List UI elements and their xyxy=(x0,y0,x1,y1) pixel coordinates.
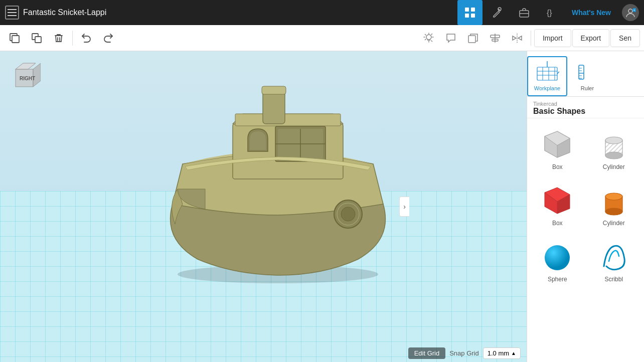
snap-arrow-icon: ▲ xyxy=(511,350,516,356)
light-button[interactable] xyxy=(418,28,439,49)
nav-logo-area: Fantastic Snicket-Lappi xyxy=(5,6,457,20)
svg-rect-34 xyxy=(235,114,341,126)
export-button[interactable]: Export xyxy=(572,29,609,47)
hamburger-icon[interactable] xyxy=(5,6,19,20)
ruler-label: Ruler xyxy=(581,85,594,91)
svg-point-11 xyxy=(628,9,632,13)
svg-rect-5 xyxy=(465,14,469,18)
shapes-panel: Box Cylinder xyxy=(527,118,644,362)
shape-cylinder-gray[interactable]: Cylinder xyxy=(588,122,640,174)
redo-button[interactable] xyxy=(98,28,119,49)
svg-rect-1 xyxy=(8,12,17,13)
svg-rect-19 xyxy=(468,36,475,43)
shape-cylinder-orange[interactable]: Cylinder xyxy=(588,178,640,231)
svg-rect-17 xyxy=(35,37,41,43)
toolbar-separator xyxy=(72,31,73,46)
svg-point-62 xyxy=(605,152,622,159)
import-button[interactable]: Import xyxy=(534,29,571,47)
grid-view-button[interactable] xyxy=(457,0,482,25)
shape-box-gray-label: Box xyxy=(552,163,563,170)
shape-box-gray[interactable]: Box xyxy=(531,122,584,174)
svg-text:RIGHT: RIGHT xyxy=(20,76,35,81)
boat-3d-model xyxy=(132,64,423,284)
toolbar-separator-2 xyxy=(531,31,531,46)
svg-marker-25 xyxy=(16,63,36,69)
shape-sphere-blue[interactable]: Sphere xyxy=(531,235,584,287)
svg-text:{}: {} xyxy=(547,9,552,17)
nav-right: {} What's New + xyxy=(457,0,639,25)
shape-box-red[interactable]: Box xyxy=(531,178,584,231)
shape-sphere-label: Sphere xyxy=(548,276,567,283)
workplane-button[interactable]: Workplane xyxy=(527,56,567,96)
right-panel: Workplane Ruler Tinkercad Basic Shapes xyxy=(527,51,644,362)
duplicate-button[interactable] xyxy=(26,28,47,49)
svg-rect-6 xyxy=(471,14,475,18)
svg-rect-15 xyxy=(12,36,19,43)
align-button[interactable] xyxy=(485,28,506,49)
toolbar: Import Export Sen xyxy=(0,25,644,51)
svg-marker-26 xyxy=(33,63,41,87)
svg-rect-48 xyxy=(579,65,584,79)
user-avatar[interactable]: + xyxy=(622,4,639,21)
edit-grid-button[interactable]: Edit Grid xyxy=(408,347,446,359)
svg-point-68 xyxy=(605,208,622,215)
comment-button[interactable] xyxy=(440,28,461,49)
svg-point-67 xyxy=(605,193,622,200)
new-object-button[interactable] xyxy=(4,28,25,49)
svg-rect-2 xyxy=(8,15,17,16)
svg-point-61 xyxy=(605,137,622,144)
panel-section-title: Basic Shapes xyxy=(533,107,638,116)
svg-point-18 xyxy=(426,35,431,40)
undo-button[interactable] xyxy=(76,28,97,49)
build-button[interactable] xyxy=(485,0,510,25)
delete-button[interactable] xyxy=(48,28,69,49)
viewport[interactable]: RIGHT xyxy=(0,51,527,362)
send-button[interactable]: Sen xyxy=(610,29,640,47)
ruler-button[interactable]: Ruler xyxy=(567,56,607,96)
top-nav: Fantastic Snicket-Lappi xyxy=(0,0,644,25)
svg-rect-0 xyxy=(8,9,17,10)
code-button[interactable]: {} xyxy=(539,0,564,25)
shape-cylinder-orange-label: Cylinder xyxy=(603,220,625,227)
snap-grid-label: Snap Grid xyxy=(449,349,479,357)
workplane-label: Workplane xyxy=(534,85,560,91)
svg-point-39 xyxy=(341,207,355,221)
svg-rect-3 xyxy=(465,8,469,12)
shape-scribble-label: Scribbl xyxy=(604,276,623,283)
svg-rect-4 xyxy=(471,8,475,12)
briefcase-button[interactable] xyxy=(512,0,537,25)
shape-scribble[interactable]: Scribbl xyxy=(588,235,640,287)
panel-toggle-button[interactable]: › xyxy=(399,197,409,217)
orientation-cube[interactable]: RIGHT xyxy=(8,59,38,89)
svg-text:+: + xyxy=(633,9,635,12)
panel-section-sub: Tinkercad xyxy=(533,101,638,107)
snap-grid-value[interactable]: 1.0 mm ▲ xyxy=(483,347,521,359)
svg-rect-36 xyxy=(262,86,286,94)
bottom-bar: Edit Grid Snap Grid 1.0 mm ▲ xyxy=(0,344,527,362)
mirror-button[interactable] xyxy=(507,28,528,49)
view-tools xyxy=(418,28,528,49)
svg-point-69 xyxy=(545,245,570,270)
shape-box-red-label: Box xyxy=(552,220,563,227)
main-area: RIGHT xyxy=(0,51,644,362)
project-title: Fantastic Snicket-Lappi xyxy=(23,8,106,17)
whats-new-button[interactable]: What's New xyxy=(566,9,617,17)
svg-rect-40 xyxy=(537,67,557,80)
panel-section-header: Tinkercad Basic Shapes xyxy=(527,97,644,118)
view-box-button[interactable] xyxy=(462,28,484,49)
shapes-grid: Box Cylinder xyxy=(531,122,640,287)
shape-cylinder-gray-label: Cylinder xyxy=(603,163,625,170)
